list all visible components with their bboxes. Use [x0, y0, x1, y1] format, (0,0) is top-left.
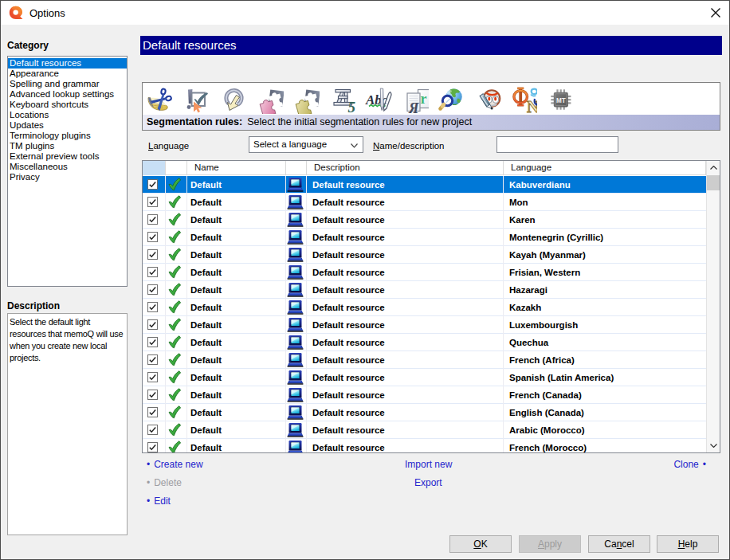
table-row[interactable]: DefaultDefault resourceFrench (Morocco)	[143, 439, 706, 453]
sidebar-item-spelling-and-grammar[interactable]: Spelling and grammar	[8, 79, 127, 89]
table-row[interactable]: DefaultDefault resourceFrench (Canada)	[143, 386, 706, 404]
row-checkbox[interactable]	[147, 390, 158, 400]
table-row[interactable]: DefaultDefault resourceMon	[143, 194, 706, 211]
row-checkbox[interactable]	[147, 354, 158, 365]
row-checkbox[interactable]	[147, 372, 158, 382]
table-row[interactable]: DefaultDefault resourceQuechua	[143, 334, 706, 351]
status-cell	[167, 404, 182, 421]
sidebar-item-miscellaneous[interactable]: Miscellaneous	[8, 162, 127, 172]
filters-yellow-puzzle-icon[interactable]	[292, 85, 320, 114]
name-description-input[interactable]	[496, 136, 618, 153]
name-header[interactable]: Name	[187, 161, 286, 175]
delete-link[interactable]: •Delete	[147, 477, 182, 488]
language-header[interactable]: Language	[504, 161, 706, 175]
table-row[interactable]: DefaultDefault resourceKazakh	[143, 299, 706, 316]
apply-button[interactable]: Apply	[519, 535, 581, 553]
table-row[interactable]: DefaultDefault resourceMontenegrin (Cyri…	[143, 229, 706, 246]
non-translatables-icon[interactable]: N	[510, 85, 537, 114]
sidebar-item-terminology-plugins[interactable]: Terminology plugins	[8, 131, 127, 141]
sidebar-item-external-preview-tools[interactable]: External preview tools	[8, 151, 127, 162]
table-row[interactable]: DefaultDefault resourceLuxembourgish	[143, 316, 706, 334]
table-row[interactable]: DefaultDefault resourceFrisian, Western	[143, 264, 706, 281]
language-text: Hazaragi	[509, 285, 548, 295]
row-checkbox[interactable]	[147, 425, 158, 435]
description-text: Default resource	[312, 390, 385, 400]
resource-icon-cell	[287, 334, 304, 350]
language-text: Arabic (Morocco)	[509, 425, 585, 435]
qa-settings-icon[interactable]	[184, 85, 211, 114]
scroll-up-button[interactable]	[707, 161, 720, 174]
status-header[interactable]	[166, 161, 187, 175]
description-cell: Default resource	[307, 421, 504, 438]
row-checkbox[interactable]	[147, 319, 158, 330]
auto-translation-rules-icon[interactable]	[220, 85, 247, 114]
row-checkbox[interactable]	[147, 302, 158, 312]
row-checkbox[interactable]	[147, 442, 158, 452]
status-cell	[167, 386, 182, 403]
enabled-check-icon	[167, 423, 182, 437]
icon-header[interactable]	[286, 161, 307, 175]
row-checkbox[interactable]	[147, 407, 158, 417]
language-cell: Mon	[504, 194, 706, 210]
table-row[interactable]: DefaultDefault resourceKabuverdianu	[143, 176, 706, 194]
row-checkbox[interactable]	[147, 179, 158, 190]
toolbar-icons-row: 5AbçrЯNMT	[143, 83, 720, 116]
row-checkbox[interactable]	[147, 267, 158, 277]
language-cell: Kabuverdianu	[504, 176, 706, 193]
table-row[interactable]: DefaultDefault resourceKaren	[143, 211, 706, 229]
language-text: French (Canada)	[509, 390, 582, 400]
close-icon[interactable]	[709, 6, 722, 19]
create-new-link[interactable]: •Create new	[147, 459, 203, 470]
export-link[interactable]: Export	[414, 477, 442, 488]
row-checkbox[interactable]	[147, 249, 158, 260]
description-cell: Default resource	[307, 386, 504, 403]
sidebar-item-keyboard-shortcuts[interactable]: Keyboard shortcuts	[8, 100, 127, 110]
select-all-header[interactable]	[143, 161, 166, 175]
sidebar-item-advanced-lookup-settings[interactable]: Advanced lookup settings	[8, 89, 127, 100]
mt-settings-icon[interactable]: MT	[547, 85, 574, 114]
table-row[interactable]: DefaultDefault resourceHazaragi	[143, 281, 706, 299]
help-button[interactable]: Help	[657, 535, 719, 553]
ok-button[interactable]: OK	[449, 535, 512, 553]
table-row[interactable]: DefaultDefault resourceKayah (Myanmar)	[143, 246, 706, 264]
edit-link[interactable]: •Edit	[147, 495, 171, 507]
scroll-down-button[interactable]	[707, 439, 720, 452]
sidebar-item-default-resources[interactable]: Default resources	[8, 58, 127, 69]
row-checkbox[interactable]	[147, 337, 158, 347]
import-new-link[interactable]: Import new	[405, 459, 452, 470]
table-row[interactable]: DefaultDefault resourceSpanish (Latin Am…	[143, 369, 706, 386]
cancel-button[interactable]: Cancel	[588, 535, 650, 553]
sidebar-item-privacy[interactable]: Privacy	[8, 172, 127, 182]
row-checkbox[interactable]	[147, 232, 158, 242]
export-font-icon[interactable]: rЯ	[402, 85, 429, 114]
sidebar-item-tm-plugins[interactable]: TM plugins	[8, 141, 127, 151]
name-cell: Default	[187, 211, 286, 228]
name-text: Default	[190, 233, 222, 242]
language-select[interactable]: Select a language	[249, 136, 363, 153]
language-text: Mon	[509, 198, 528, 207]
sidebar-item-appearance[interactable]: Appearance	[8, 69, 127, 79]
status-cell	[167, 211, 182, 228]
scrollbar-thumb[interactable]	[707, 175, 720, 190]
clone-link[interactable]: Clone•	[673, 459, 706, 470]
number-formats-icon[interactable]: 5	[329, 85, 356, 114]
table-row[interactable]: DefaultDefault resourceFrench (Africa)	[143, 351, 706, 369]
filters-pink-puzzle-icon[interactable]	[257, 85, 284, 114]
row-checkbox[interactable]	[147, 197, 158, 207]
table-row[interactable]: DefaultDefault resourceEnglish (Canada)	[143, 404, 706, 421]
web-search-icon[interactable]	[438, 85, 465, 114]
table-row[interactable]: DefaultDefault resourceArabic (Morocco)	[143, 421, 706, 439]
description-header[interactable]: Description	[307, 161, 504, 175]
button-label: Cancel	[604, 538, 634, 550]
row-checkbox[interactable]	[147, 214, 158, 225]
autocorrect-icon[interactable]: Abç	[365, 85, 392, 114]
link-label: Delete	[154, 477, 182, 488]
segmentation-rules-icon[interactable]	[147, 85, 175, 114]
vertical-scrollbar[interactable]	[706, 161, 720, 452]
status-cell	[167, 334, 182, 350]
table-body: DefaultDefault resourceKabuverdianuDefau…	[143, 176, 706, 453]
row-checkbox[interactable]	[147, 284, 158, 295]
sidebar-item-updates[interactable]: Updates	[8, 120, 127, 131]
sidebar-item-locations[interactable]: Locations	[8, 110, 127, 120]
ignore-lists-icon[interactable]	[474, 85, 501, 114]
